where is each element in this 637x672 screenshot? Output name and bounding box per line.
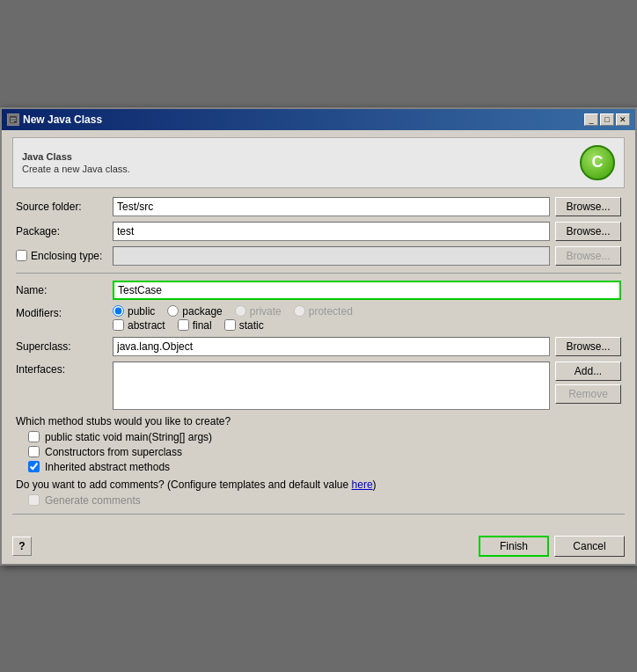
superclass-browse-button[interactable]: Browse... [555,337,621,356]
modifier-package-radio[interactable] [167,305,179,317]
modifier-private-radio[interactable] [235,305,246,317]
header-description: Create a new Java class. [22,164,130,174]
interfaces-row: Interfaces: Add... Remove [16,362,621,410]
interfaces-label: Interfaces: [16,362,113,376]
svg-rect-2 [11,120,16,121]
generate-comments-label: Generate comments [45,494,141,507]
modifier-public-radio[interactable] [113,305,124,317]
modifier-static-option[interactable]: static [224,319,264,332]
superclass-input[interactable] [113,337,550,356]
modifiers-content: public package private protected [113,305,621,332]
enclosing-type-label: Enclosing type: [31,250,102,262]
maximize-button[interactable]: □ [600,113,614,126]
modifier-final-checkbox[interactable] [178,319,189,331]
stub-constructors-option[interactable]: Constructors from superclass [28,446,621,458]
modifier-final-option[interactable]: final [178,319,212,332]
enclosing-type-input[interactable] [113,246,550,266]
package-row: Package: Browse... [16,222,621,241]
name-row: Name: [16,281,621,300]
modifiers-row: Modifiers: public package private [16,305,621,332]
stub-inherited-option[interactable]: Inherited abstract methods [28,461,621,473]
source-folder-row: Source folder: Browse... [16,197,621,216]
enclosing-label-group: Enclosing type: [16,250,113,262]
stub-inherited-checkbox[interactable] [28,461,40,472]
header-text: Java Class Create a new Java class. [22,151,130,174]
modifiers-line-2: abstract final static [113,319,621,332]
enclosing-type-checkbox[interactable] [16,250,27,261]
title-bar: New Java Class _ □ ✕ [2,109,635,130]
modifier-protected-radio[interactable] [294,305,305,317]
dialog-body: Java Class Create a new Java class. C So… [2,130,635,530]
modifier-abstract-option[interactable]: abstract [113,319,165,332]
enclosing-type-row: Enclosing type: Browse... [16,246,621,266]
modifier-static-checkbox[interactable] [224,319,236,331]
comments-text-after: ) [373,478,377,491]
name-input[interactable] [113,281,621,300]
interfaces-input[interactable] [113,362,550,410]
stubs-question: Which method stubs would you like to cre… [16,415,621,427]
modifier-abstract-checkbox[interactable] [113,319,124,331]
superclass-label: Superclass: [16,340,113,353]
separator-footer [12,514,625,515]
package-input[interactable] [113,222,550,241]
finish-button[interactable]: Finish [479,536,549,557]
footer-action-buttons: Finish Cancel [479,536,625,557]
header-subtitle: Java Class [22,151,130,162]
header-section: Java Class Create a new Java class. C [12,137,625,188]
stub-main-option[interactable]: public static void main(String[] args) [28,431,621,443]
package-label: Package: [16,225,113,237]
dialog-icon [7,113,19,126]
comments-text-before: Do you want to add comments? (Configure … [16,478,352,491]
header-logo: C [580,145,615,180]
comments-checkbox-row: Generate comments [16,494,621,507]
separator-1 [16,273,621,274]
stub-constructors-checkbox[interactable] [28,446,40,457]
minimize-button[interactable]: _ [584,113,598,126]
svg-rect-1 [11,118,16,119]
footer: ? Finish Cancel [2,530,635,564]
modifiers-label: Modifiers: [16,305,113,319]
enclosing-browse-button[interactable]: Browse... [555,246,621,266]
source-folder-input[interactable] [113,197,550,216]
interfaces-buttons: Add... Remove [555,362,621,404]
package-browse-button[interactable]: Browse... [555,222,621,241]
svg-rect-3 [11,121,14,122]
remove-interface-button[interactable]: Remove [555,384,621,404]
modifier-public-option[interactable]: public [113,305,155,318]
source-folder-label: Source folder: [16,201,113,213]
method-stubs-section: Which method stubs would you like to cre… [16,415,621,473]
source-folder-browse-button[interactable]: Browse... [555,197,621,216]
title-bar-buttons: _ □ ✕ [584,113,630,126]
modifier-private-option[interactable]: private [235,305,282,318]
help-button[interactable]: ? [12,537,32,556]
title-bar-left: New Java Class [7,113,102,126]
name-label: Name: [16,284,113,296]
stubs-options: public static void main(String[] args) C… [16,431,621,473]
add-interface-button[interactable]: Add... [555,362,621,381]
generate-comments-checkbox[interactable] [28,494,40,506]
comments-here-link[interactable]: here [352,478,373,491]
modifier-package-option[interactable]: package [167,305,222,318]
stub-main-checkbox[interactable] [28,431,40,442]
superclass-row: Superclass: Browse... [16,337,621,356]
cancel-button[interactable]: Cancel [554,536,625,557]
close-button[interactable]: ✕ [616,113,630,126]
comments-section: Do you want to add comments? (Configure … [16,478,621,507]
form-area: Source folder: Browse... Package: Browse… [12,197,625,507]
modifier-protected-option[interactable]: protected [294,305,353,318]
modifiers-line-1: public package private protected [113,305,621,318]
dialog-title: New Java Class [23,113,102,126]
new-java-class-dialog: New Java Class _ □ ✕ Java Class Create a… [0,107,637,566]
